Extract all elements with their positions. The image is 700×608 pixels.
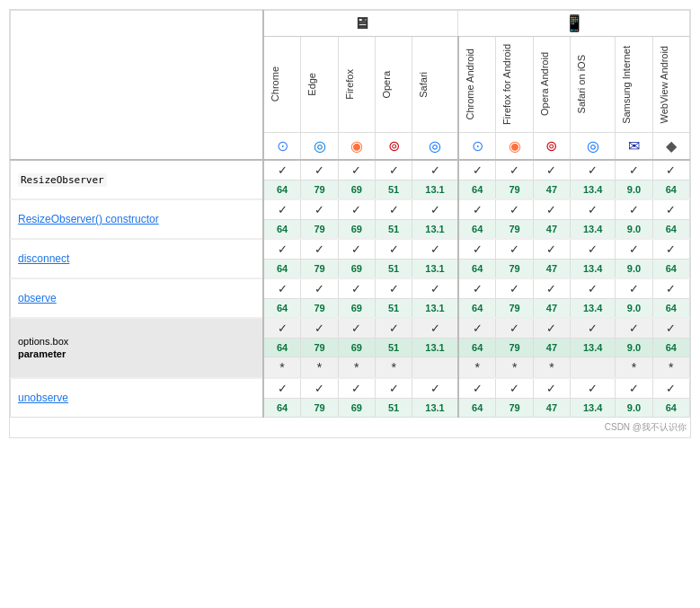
version-cell: 79 [496,180,533,199]
version-cell: 79 [496,219,533,239]
compatibility-table: 🖥 📱 Chrome Edge Firefox Opera Safari Chr… [10,10,690,418]
check-cell: ✓ [571,239,616,260]
safari-icon: ◎ [416,137,454,154]
check-cell: ✓ [533,199,570,220]
asterisk-cell: * [616,357,652,378]
check-cell: ✓ [458,278,496,299]
asterisk-cell: * [458,357,496,378]
samsung-icon-cell: ✉ [616,132,652,160]
browser-chrome-android: Chrome Android [458,37,496,133]
version-cell: 64 [652,219,689,239]
check-cell: ✓ [571,318,616,339]
table-row: ResizeObserver() constructor ✓ ✓ ✓ ✓ ✓ ✓… [11,199,690,220]
feature-link-observe[interactable]: observe [18,292,57,304]
version-cell: 51 [375,259,412,278]
check-cell: ✓ [412,278,458,299]
version-cell: 69 [338,259,375,278]
version-cell: 51 [375,180,412,199]
check-cell: ✓ [301,199,338,220]
version-cell: 79 [301,180,338,199]
version-cell: 69 [338,298,375,318]
chrome-icon-cell: ⊙ [263,132,301,160]
check-cell: ✓ [496,239,533,260]
version-cell: 47 [533,259,570,278]
version-cell: 47 [533,338,570,357]
check-cell: ✓ [263,278,301,299]
feature-link-constructor[interactable]: ResizeObserver() constructor [18,213,159,225]
check-cell: ✓ [616,239,652,260]
check-cell: ✓ [496,278,533,299]
version-cell: 79 [301,219,338,239]
feature-link-disconnect[interactable]: disconnect [18,252,69,265]
check-cell: ✓ [616,199,652,220]
safari-ios-icon: ◎ [574,137,611,154]
version-cell: 64 [263,180,301,199]
check-cell: ✓ [375,160,412,181]
check-cell: ✓ [458,199,496,220]
check-cell: ✓ [375,239,412,260]
version-cell: 13.4 [571,259,616,278]
asterisk-cell: * [652,357,689,378]
check-cell: ✓ [458,239,496,260]
version-cell: 64 [263,398,301,417]
check-cell: ✓ [652,278,689,299]
version-cell: 64 [263,298,301,318]
mobile-icon: 📱 [564,14,584,32]
check-cell: ✓ [652,160,689,181]
check-cell: ✓ [652,239,689,260]
check-cell: ✓ [571,378,616,399]
edge-icon-cell: ◎ [301,132,338,160]
opera-android-icon-cell: ⊚ [533,132,570,160]
feature-header [11,11,263,160]
check-cell: ✓ [571,160,616,181]
version-cell: 13.1 [412,219,458,239]
table-row: unobserve ✓ ✓ ✓ ✓ ✓ ✓ ✓ ✓ ✓ ✓ ✓ [11,378,690,399]
browser-opera-android: Opera Android [533,37,570,133]
check-cell: ✓ [412,378,458,399]
asterisk-cell-empty [571,357,616,378]
browser-chrome: Chrome [263,37,301,133]
version-cell: 64 [458,219,496,239]
check-cell: ✓ [301,318,338,339]
version-cell: 79 [301,298,338,318]
check-cell: ✓ [412,239,458,260]
version-cell: 51 [375,398,412,417]
check-cell: ✓ [375,199,412,220]
table-row: ResizeObserver ✓ ✓ ✓ ✓ ✓ ✓ ✓ ✓ ✓ ✓ ✓ [11,160,690,181]
version-cell: 64 [458,259,496,278]
check-cell: ✓ [652,318,689,339]
desktop-group-header: 🖥 [263,11,458,37]
version-cell: 79 [496,298,533,318]
browser-opera: Opera [375,37,412,133]
version-cell: 64 [458,338,496,357]
version-cell: 64 [652,180,689,199]
check-cell: ✓ [458,378,496,399]
browser-samsung: Samsung Internet [616,37,652,133]
check-cell: ✓ [496,378,533,399]
version-cell: 13.1 [412,338,458,357]
version-cell: 64 [652,398,689,417]
feature-unobserve: unobserve [11,378,263,418]
check-cell: ✓ [338,239,375,260]
asterisk-cell: * [533,357,570,378]
version-cell: 13.1 [412,259,458,278]
version-cell: 69 [338,180,375,199]
check-cell: ✓ [375,318,412,339]
check-cell: ✓ [263,378,301,399]
check-cell: ✓ [263,239,301,260]
asterisk-cell: * [263,357,301,378]
check-cell: ✓ [338,318,375,339]
version-cell: 69 [338,219,375,239]
check-cell: ✓ [496,318,533,339]
feature-link-unobserve[interactable]: unobserve [18,392,68,404]
version-cell: 9.0 [616,219,652,239]
version-cell: 69 [338,398,375,417]
version-cell: 79 [301,398,338,417]
version-cell: 64 [458,398,496,417]
opera-android-icon: ⊚ [537,137,566,154]
check-cell: ✓ [301,378,338,399]
check-cell: ✓ [263,160,301,181]
version-cell: 9.0 [616,298,652,318]
asterisk-cell: * [496,357,533,378]
version-cell: 9.0 [616,338,652,357]
